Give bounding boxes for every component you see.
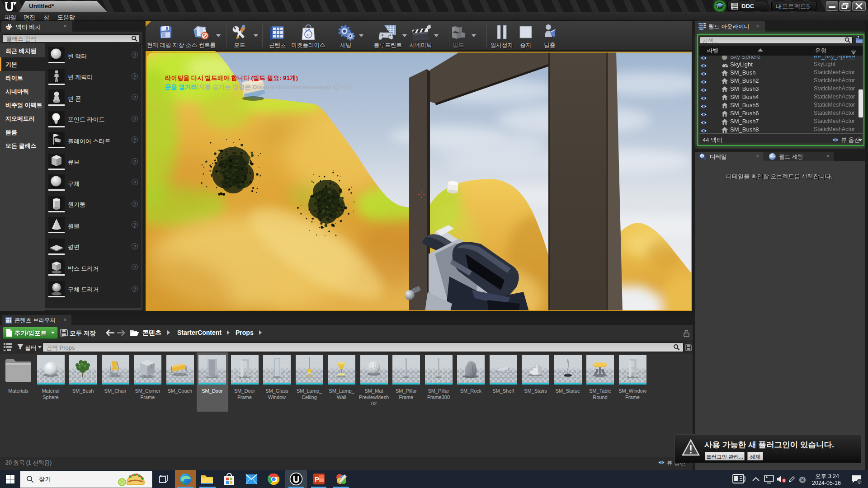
svg-text:3: 3 xyxy=(858,480,860,484)
svg-text:P: P xyxy=(315,475,319,483)
svg-text:u: u xyxy=(307,32,310,37)
svg-text:라이팅을 다시 빌드해야 합니다 (빌드 필요: 91개): 라이팅을 다시 빌드해야 합니다 (빌드 필요: 91개) xyxy=(165,75,298,81)
svg-text:시지를 숨기는 명령은 DisableAllScreenMe: 시지를 숨기는 명령은 DisableAllScreenMessages 입니다… xyxy=(193,84,354,90)
